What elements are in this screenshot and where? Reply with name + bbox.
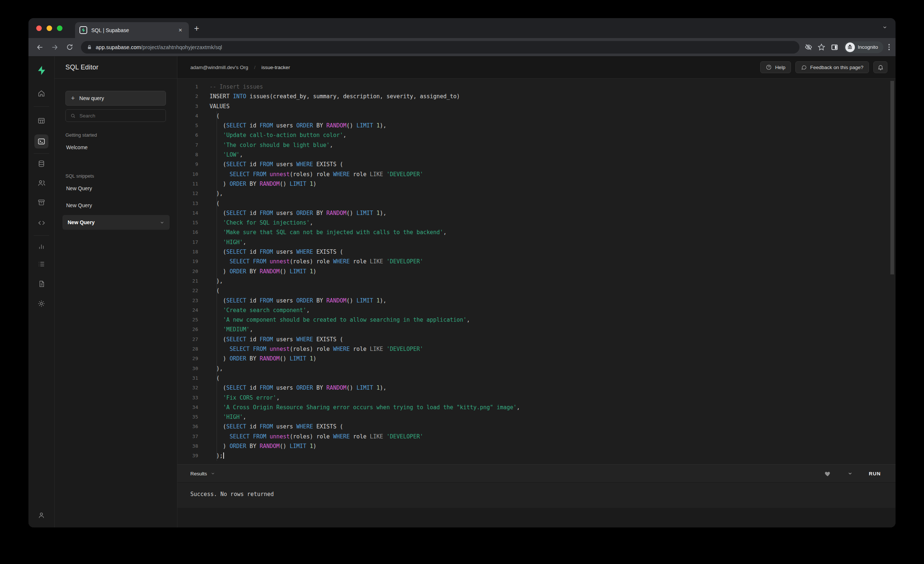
code-line: 17 'HIGH',	[177, 238, 896, 247]
code-line: 18 (SELECT id FROM users WHERE EXISTS (	[177, 247, 896, 257]
plus-icon: +	[71, 95, 75, 102]
code-lines: 1-- Insert issues2INSERT INTO issues(cre…	[177, 79, 896, 461]
results-bar: Results RUN	[177, 464, 896, 483]
browser-tab[interactable]: SQL | Supabase ×	[75, 22, 189, 38]
code-line: 28 SELECT FROM unnest(roles) role WHERE …	[177, 344, 896, 354]
url-domain: app.supabase.com	[96, 44, 141, 50]
lock-icon	[87, 45, 92, 50]
breadcrumb-separator: /	[254, 64, 256, 70]
feedback-button-label: Feedback on this page?	[810, 64, 863, 70]
code-line: 37 SELECT FROM unnest(roles) role WHERE …	[177, 432, 896, 441]
browser-window: SQL | Supabase × + app.supabase.com/proj…	[28, 18, 896, 527]
main-header: adam@windmill.dev's Org / issue-tracker …	[177, 56, 896, 79]
rail-settings-gear-icon[interactable]	[34, 296, 48, 311]
code-line: 38 ) ORDER BY RANDOM() LIMIT 1)	[177, 441, 896, 451]
reload-button[interactable]	[63, 41, 76, 54]
rail-storage-icon[interactable]	[34, 195, 48, 209]
code-line: 16 'Make sure that SQL can not be inject…	[177, 227, 896, 237]
results-label: Results	[190, 471, 207, 476]
chevron-down-icon[interactable]	[160, 220, 165, 225]
code-line: 20 ) ORDER BY RANDOM() LIMIT 1)	[177, 267, 896, 276]
feedback-button[interactable]: Feedback on this page?	[795, 61, 869, 73]
results-dropdown[interactable]: Results	[190, 471, 215, 476]
breadcrumb-project[interactable]: issue-tracker	[261, 64, 290, 70]
bookmark-star-icon[interactable]	[818, 43, 825, 51]
code-line: 12 ),	[177, 189, 896, 198]
rail-auth-users-icon[interactable]	[34, 176, 48, 190]
active-snippet-label: New Query	[68, 219, 94, 225]
code-line: 24 'Create search component',	[177, 305, 896, 315]
code-line: 33 'Fix CORS error',	[177, 393, 896, 402]
code-line: 36 (SELECT id FROM users WHERE EXISTS (	[177, 422, 896, 431]
chevron-down-icon	[211, 471, 215, 476]
code-line: 13 (	[177, 199, 896, 208]
browser-menu-kebab-icon[interactable]	[888, 44, 890, 50]
code-line: 4 (	[177, 111, 896, 121]
code-line: 30 ),	[177, 364, 896, 373]
favorite-heart-icon[interactable]	[824, 470, 831, 477]
sidebar-item-snippet-3-active[interactable]: New Query	[63, 215, 170, 230]
nav-rail	[28, 56, 55, 527]
page-title: SQL Editor	[65, 64, 98, 71]
rail-edge-functions-icon[interactable]	[34, 216, 48, 230]
rail-reports-icon[interactable]	[34, 239, 48, 253]
sql-snippets-label: SQL snippets	[65, 173, 166, 179]
code-line: 29 ) ORDER BY RANDOM() LIMIT 1)	[177, 354, 896, 364]
help-button[interactable]: Help	[760, 61, 791, 73]
code-line: 39 );	[177, 451, 896, 461]
rail-database-icon[interactable]	[34, 157, 48, 171]
zoom-window-button[interactable]	[57, 25, 63, 31]
rail-account-user-icon[interactable]	[34, 508, 48, 522]
eye-off-icon[interactable]	[805, 43, 812, 51]
query-status-message: Success. No rows returned	[190, 491, 274, 498]
supabase-favicon-icon	[80, 26, 87, 34]
search-input[interactable]	[80, 113, 161, 118]
snippet-search[interactable]	[65, 109, 166, 122]
code-line: 31 (	[177, 373, 896, 383]
rail-logs-icon[interactable]	[34, 257, 48, 271]
code-line: 23 (SELECT id FROM users ORDER BY RANDOM…	[177, 296, 896, 305]
rail-api-docs-icon[interactable]	[34, 277, 48, 291]
browser-toolbar: app.supabase.com/project/azahtnhqohyjerz…	[28, 38, 896, 56]
forward-button[interactable]	[48, 41, 61, 54]
rail-table-editor-icon[interactable]	[34, 114, 48, 128]
window-controls	[36, 25, 63, 31]
run-options-chevron-icon[interactable]	[848, 471, 853, 476]
code-line: 25 'A new component should be created to…	[177, 315, 896, 325]
indent-guide	[217, 111, 217, 461]
supabase-logo-icon[interactable]	[34, 63, 48, 77]
code-line: 1-- Insert issues	[177, 82, 896, 91]
breadcrumb-org[interactable]: adam@windmill.dev's Org	[190, 64, 248, 70]
editor-scrollbar-thumb[interactable]	[890, 81, 894, 274]
sidebar-header: SQL Editor	[55, 56, 177, 79]
new-query-button[interactable]: + New query	[65, 91, 166, 106]
side-panel-icon[interactable]	[831, 43, 838, 51]
rail-home-icon[interactable]	[34, 87, 48, 100]
close-window-button[interactable]	[36, 25, 42, 31]
tab-close-icon[interactable]: ×	[176, 26, 184, 34]
code-line: 9 (SELECT id FROM users WHERE EXISTS (	[177, 160, 896, 169]
help-button-label: Help	[775, 64, 785, 70]
results-panel-lower	[177, 508, 896, 527]
sidebar-item-snippet-2[interactable]: New Query	[65, 198, 166, 213]
supabase-app: SQL Editor + New query Getting started W…	[28, 56, 896, 527]
tab-search-chevron-icon[interactable]	[882, 25, 887, 30]
sql-code-editor[interactable]: 1-- Insert issues2INSERT INTO issues(cre…	[177, 79, 896, 464]
code-line: 19 SELECT FROM unnest(roles) role WHERE …	[177, 257, 896, 266]
new-tab-button[interactable]: +	[194, 24, 199, 33]
code-line: 3VALUES	[177, 102, 896, 111]
notifications-button[interactable]	[873, 61, 887, 73]
code-line: 21 ),	[177, 276, 896, 286]
rail-sql-editor-icon[interactable]	[34, 135, 48, 148]
sql-editor-sidebar: SQL Editor + New query Getting started W…	[55, 56, 177, 527]
run-button[interactable]: RUN	[869, 471, 881, 476]
code-line: 8 'LOW',	[177, 150, 896, 160]
code-line: 35 'HIGH',	[177, 412, 896, 422]
address-bar[interactable]: app.supabase.com/project/azahtnhqohyjerz…	[81, 41, 800, 54]
sidebar-item-welcome[interactable]: Welcome	[65, 140, 166, 155]
bell-icon	[878, 64, 884, 70]
back-button[interactable]	[34, 41, 46, 54]
code-line: 27 (SELECT id FROM users WHERE EXISTS (	[177, 335, 896, 344]
minimize-window-button[interactable]	[46, 25, 52, 31]
sidebar-item-snippet-1[interactable]: New Query	[65, 181, 166, 196]
